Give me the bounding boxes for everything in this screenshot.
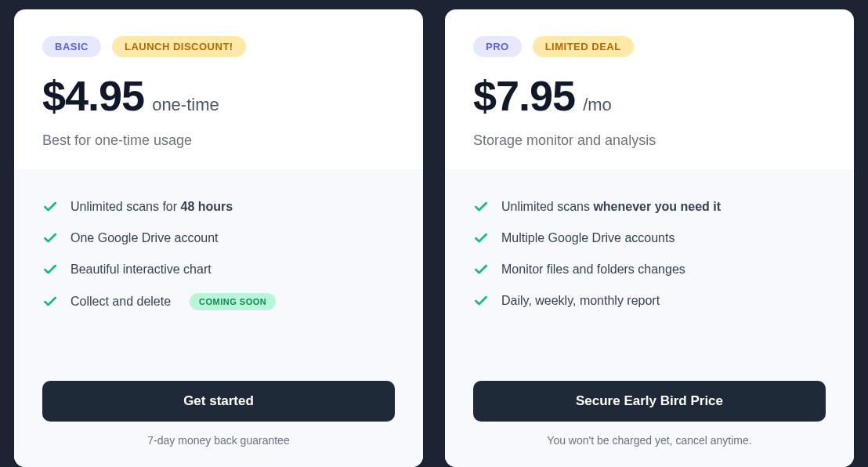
feature-text: Multiple Google Drive accounts — [501, 231, 675, 245]
feature-text: Unlimited scans whenever you need it — [501, 200, 721, 214]
check-icon — [473, 262, 489, 277]
promo-badge: LAUNCH DISCOUNT! — [112, 36, 246, 57]
feature-item: Unlimited scans for 48 hours — [42, 191, 395, 223]
feature-item: Daily, weekly, monthly report — [473, 285, 826, 317]
plan-badge: BASIC — [42, 36, 101, 57]
pricing-card-basic: BASIC LAUNCH DISCOUNT! $4.95 one-time Be… — [14, 9, 423, 467]
plan-description: Best for one-time usage — [42, 132, 395, 149]
pricing-card-pro: PRO LIMITED DEAL $7.95 /mo Storage monit… — [445, 9, 854, 467]
feature-list: Unlimited scans for 48 hours One Google … — [14, 169, 423, 381]
card-footer: Secure Early Bird Price You won't be cha… — [445, 381, 854, 467]
feature-item: Multiple Google Drive accounts — [473, 223, 826, 254]
check-icon — [473, 293, 489, 309]
footnote: 7-day money back guarantee — [42, 434, 395, 447]
price-row: $7.95 /mo — [473, 71, 826, 120]
feature-item: Beautiful interactive chart — [42, 254, 395, 285]
check-icon — [42, 230, 58, 246]
feature-list: Unlimited scans whenever you need it Mul… — [445, 169, 854, 381]
secure-price-button[interactable]: Secure Early Bird Price — [473, 381, 826, 422]
feature-item: Unlimited scans whenever you need it — [473, 191, 826, 223]
plan-description: Storage monitor and analysis — [473, 132, 826, 149]
check-icon — [42, 294, 58, 310]
get-started-button[interactable]: Get started — [42, 381, 395, 422]
price-period: one-time — [152, 95, 219, 115]
price-row: $4.95 one-time — [42, 71, 395, 120]
feature-item: One Google Drive account — [42, 223, 395, 254]
check-icon — [42, 199, 58, 215]
feature-text: Collect and delete — [71, 295, 171, 309]
plan-badge: PRO — [473, 36, 522, 57]
coming-soon-badge: COMING SOON — [190, 293, 276, 310]
card-footer: Get started 7-day money back guarantee — [14, 381, 423, 467]
price-amount: $7.95 — [473, 71, 575, 120]
footnote: You won't be charged yet, cancel anytime… — [473, 434, 826, 447]
feature-text: Daily, weekly, monthly report — [501, 294, 660, 308]
feature-text: Monitor files and folders changes — [501, 262, 685, 277]
card-header: BASIC LAUNCH DISCOUNT! $4.95 one-time Be… — [14, 9, 423, 169]
feature-item: Monitor files and folders changes — [473, 254, 826, 285]
check-icon — [42, 262, 58, 277]
badge-row: PRO LIMITED DEAL — [473, 36, 826, 57]
feature-text: Beautiful interactive chart — [71, 262, 212, 277]
feature-text: One Google Drive account — [71, 231, 219, 245]
check-icon — [473, 230, 489, 246]
feature-text: Unlimited scans for 48 hours — [71, 200, 233, 214]
card-header: PRO LIMITED DEAL $7.95 /mo Storage monit… — [445, 9, 854, 169]
price-amount: $4.95 — [42, 71, 144, 120]
badge-row: BASIC LAUNCH DISCOUNT! — [42, 36, 395, 57]
price-period: /mo — [583, 95, 612, 115]
check-icon — [473, 199, 489, 215]
feature-item: Collect and delete COMING SOON — [42, 285, 395, 318]
promo-badge: LIMITED DEAL — [533, 36, 634, 57]
